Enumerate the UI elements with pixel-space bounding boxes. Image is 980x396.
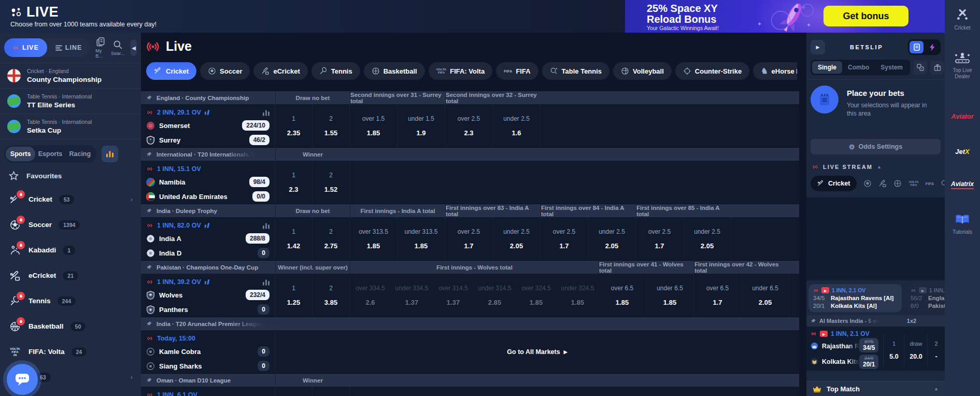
site-logo[interactable]: LIVE bbox=[10, 4, 59, 20]
get-bonus-button[interactable]: Get bonus bbox=[823, 6, 908, 26]
tab-system[interactable]: System bbox=[875, 61, 908, 74]
odds-cell[interactable]: 12.3 bbox=[275, 161, 313, 204]
league-title[interactable]: International · T20 Internationals, Wome bbox=[141, 148, 275, 161]
stream-sport-cricket[interactable]: Cricket bbox=[811, 176, 857, 191]
odds-cell[interactable]: under 2.51.6 bbox=[493, 104, 541, 147]
pinned-league-setka-cup[interactable]: Table Tennis · International Setka Cup bbox=[0, 114, 141, 139]
pinned-league-county-championship[interactable]: Cricket · England County Championship bbox=[0, 63, 141, 89]
tab-ehorse-racing[interactable]: ♞ eHorse Racing bbox=[753, 62, 797, 80]
odds-cell[interactable]: 2- bbox=[927, 334, 945, 367]
sidebar-collapse-button[interactable]: ◀ bbox=[131, 39, 137, 56]
fifa-icon[interactable]: FIFA bbox=[926, 181, 934, 186]
odds-cell[interactable]: 21.52 bbox=[313, 161, 350, 204]
live-stream-header[interactable]: LIVE STREAM ▲ bbox=[812, 163, 883, 171]
odds-cell[interactable]: under 6.52.05 bbox=[742, 274, 789, 317]
tab-ecricket[interactable]: eCricket bbox=[253, 62, 307, 80]
support-chat-button[interactable] bbox=[7, 364, 38, 395]
odds-cell[interactable]: over 2.51.7 bbox=[541, 217, 588, 260]
odds-cell[interactable]: 23.85 bbox=[313, 274, 350, 317]
rail-item-tutorials[interactable]: Tutorials bbox=[945, 214, 980, 235]
sidebar-item-cricket[interactable]: Cricket 53 › bbox=[0, 187, 141, 212]
match-statistics-icon[interactable] bbox=[263, 110, 269, 116]
match-info[interactable]: 1 INN, 15.1 OV Namibia 98/4 United Arab … bbox=[141, 161, 275, 204]
tab-volleyball[interactable]: Volleyball bbox=[613, 62, 672, 80]
match-info[interactable]: 1 INN, 6.1 OV bbox=[141, 387, 275, 396]
tab-racing[interactable]: Racing bbox=[65, 147, 95, 161]
tab-cricket[interactable]: Cricket bbox=[146, 62, 196, 80]
odds-cell[interactable]: under 2.52.05 bbox=[493, 217, 541, 260]
promo-gift-button[interactable] bbox=[930, 61, 944, 75]
sidebar-item-ecricket[interactable]: eCricket 21 bbox=[0, 263, 141, 288]
tab-esports[interactable]: Esports bbox=[35, 147, 65, 161]
sidebar-item-soccer[interactable]: Soccer 1394 bbox=[0, 212, 141, 237]
odds-cell[interactable]: 15.0 bbox=[883, 334, 904, 367]
tab-single[interactable]: Single bbox=[812, 61, 842, 74]
sidebar-item-kabaddi[interactable]: Kabaddi 1 bbox=[0, 237, 141, 263]
table-tennis-icon[interactable] bbox=[941, 179, 945, 188]
league-title[interactable]: Pakistan · Champions One-Day Cup bbox=[141, 261, 275, 274]
odds-cell[interactable]: over 2.52.3 bbox=[445, 104, 493, 147]
league-title[interactable]: Oman · Oman D10 League bbox=[141, 374, 275, 387]
basketball-icon[interactable] bbox=[893, 179, 902, 188]
sidebar-item-fifa-volta[interactable]: VOLTAFIFA26 FIFA: Volta 24 bbox=[0, 339, 141, 364]
go-to-all-markets-link[interactable]: Go to All Markets ▶ bbox=[275, 330, 799, 373]
statistics-button[interactable] bbox=[102, 146, 118, 162]
rail-item-top-live-dealer[interactable]: Top Live Dealer bbox=[945, 52, 980, 80]
tab-sports[interactable]: Sports bbox=[6, 147, 35, 161]
odds-cell[interactable]: 12.35 bbox=[275, 104, 313, 147]
odds-cell[interactable]: 11.25 bbox=[275, 274, 313, 317]
sidebar-item-basketball[interactable]: Basketball 50 bbox=[0, 314, 141, 339]
odds-cell[interactable]: 2 bbox=[313, 387, 350, 396]
search-button[interactable]: Sear... bbox=[111, 39, 124, 56]
tab-combo[interactable]: Combo bbox=[842, 61, 875, 74]
match-statistics-icon[interactable] bbox=[263, 223, 269, 229]
rail-item-jetx[interactable]: JetX bbox=[945, 148, 980, 155]
top-match-bar[interactable]: Top Match ▲ bbox=[806, 381, 945, 396]
tab-fifa[interactable]: FIFA FIFA bbox=[496, 62, 538, 80]
live-match-card[interactable]: ▶ 1 INN, 0.3 O 56/2England [ 8/0Pakistan bbox=[906, 284, 945, 312]
soccer-icon[interactable] bbox=[863, 179, 872, 188]
betslip-list-toggle[interactable] bbox=[910, 41, 924, 53]
league-title[interactable]: England · County Championship bbox=[141, 91, 275, 104]
odds-cell[interactable]: over 6.51.7 bbox=[694, 274, 742, 317]
odds-cell[interactable]: under 2.52.05 bbox=[684, 217, 731, 260]
rail-item-cricket[interactable]: Cricket bbox=[945, 7, 980, 31]
match-statistics-icon[interactable] bbox=[263, 279, 269, 286]
odds-cell[interactable]: over 2.51.7 bbox=[636, 217, 684, 260]
odds-cell[interactable]: 22.75 bbox=[313, 217, 350, 260]
odds-cell[interactable]: over 2.51.7 bbox=[445, 217, 493, 260]
bet-builder-button[interactable] bbox=[913, 61, 927, 75]
odds-cell[interactable]: over 1.51.85 bbox=[350, 104, 397, 147]
live-match-card-active[interactable]: ▶ 1 INN, 2.1 OV 34/5Rajasthan Ravens [AI… bbox=[808, 284, 902, 312]
fast-bet-toggle[interactable] bbox=[925, 41, 939, 53]
tab-basketball[interactable]: Basketball bbox=[364, 62, 425, 80]
my-bets-button[interactable]: My B... bbox=[95, 37, 106, 59]
sidebar-item-favourites[interactable]: Favourites bbox=[0, 165, 141, 187]
league-title[interactable]: India · T20 Arunachal Premier League bbox=[141, 317, 275, 330]
betslip-expand-button[interactable]: ▶ bbox=[811, 40, 825, 54]
pinned-league-tt-elite[interactable]: Table Tennis · International TT Elite Se… bbox=[0, 89, 141, 114]
tab-soccer[interactable]: Soccer bbox=[200, 62, 250, 80]
video-stream-area[interactable] bbox=[806, 197, 945, 280]
match-info[interactable]: 1 INN, 82.0 OV India A 288/8 India D bbox=[141, 217, 275, 260]
odds-cell[interactable]: draw20.0 bbox=[904, 334, 928, 367]
rail-item-aviatrix[interactable]: Aviatrix bbox=[945, 180, 980, 189]
tab-table-tennis[interactable]: Table Tennis bbox=[542, 62, 610, 80]
tab-counter-strike[interactable]: Counter-Strike bbox=[675, 62, 749, 80]
play-icon[interactable]: ▶ bbox=[820, 331, 828, 337]
odds-cell[interactable]: under 313.51.85 bbox=[397, 217, 445, 260]
match-info[interactable]: Today, 15:00 Kamle Cobra 0 Siang Sharks … bbox=[141, 330, 275, 373]
fifa-volta-icon[interactable]: VOLTAFIFA bbox=[908, 180, 918, 187]
live-mode-tab[interactable]: LIVE bbox=[4, 38, 47, 57]
odds-settings-button[interactable]: ⚙ Odds Settings bbox=[811, 139, 941, 154]
match-info[interactable]: 1 INN, 39.2 OV Wolves 232/4 Panthers bbox=[141, 274, 275, 317]
odds-cell[interactable]: under 6.51.85 bbox=[646, 274, 694, 317]
tab-fifa-volta[interactable]: VOLTAFIFA FIFA: Volta bbox=[429, 62, 492, 80]
line-mode-tab[interactable]: LINE bbox=[47, 38, 90, 57]
odds-cell[interactable]: under 1.51.9 bbox=[397, 104, 445, 147]
match-info[interactable]: 2 INN, 29.1 OV Somerset 224/10 Surrey bbox=[141, 104, 275, 147]
ecricket-icon[interactable] bbox=[878, 179, 887, 188]
promo-banner[interactable]: 25% Space XY Reload Bonus Your Galactic … bbox=[625, 0, 945, 33]
rail-item-aviator[interactable]: Aviator bbox=[945, 113, 980, 120]
odds-cell[interactable]: 11.42 bbox=[275, 217, 313, 260]
